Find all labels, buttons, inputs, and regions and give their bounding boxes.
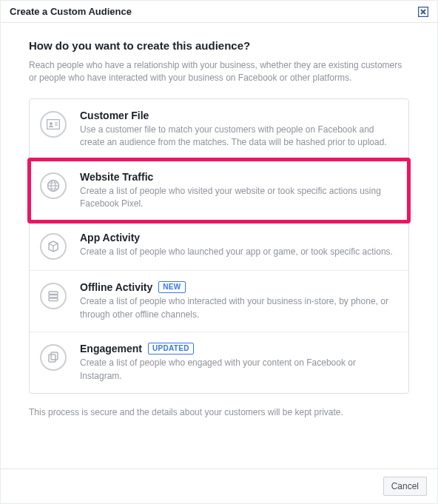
- option-title: App Activity: [80, 232, 140, 243]
- option-desc: Use a customer file to match your custom…: [80, 124, 398, 149]
- svg-rect-12: [49, 298, 58, 301]
- option-desc: Create a list of people who interacted w…: [80, 295, 398, 321]
- svg-point-2: [50, 122, 53, 125]
- cancel-button[interactable]: Cancel: [383, 477, 427, 496]
- create-custom-audience-dialog: Create a Custom Audience How do you want…: [0, 0, 438, 504]
- option-desc: Create a list of people who visited your…: [80, 185, 398, 211]
- option-title: Offline Activity: [80, 281, 152, 293]
- option-desc: Create a list of people who engaged with…: [80, 357, 398, 383]
- copy-icon: [40, 344, 67, 371]
- option-customer-file[interactable]: Customer File Use a customer file to mat…: [30, 99, 408, 161]
- globe-icon: [40, 172, 67, 199]
- option-text: Website Traffic Create a list of people …: [80, 171, 398, 211]
- cube-icon: [40, 233, 67, 260]
- new-badge: NEW: [158, 281, 185, 293]
- stack-icon: [40, 283, 67, 309]
- question-heading: How do you want to create this audience?: [29, 39, 409, 52]
- svg-rect-14: [51, 352, 58, 360]
- option-text: Offline Activity NEW Create a list of pe…: [80, 281, 398, 321]
- secure-note: This process is secure and the details a…: [29, 407, 409, 417]
- option-text: Engagement UPDATED Create a list of peop…: [80, 343, 398, 383]
- option-title: Website Traffic: [80, 171, 153, 183]
- updated-badge: UPDATED: [148, 343, 194, 355]
- svg-rect-11: [49, 295, 58, 298]
- option-app-activity[interactable]: App Activity Create a list of people who…: [30, 221, 408, 271]
- svg-rect-1: [47, 119, 60, 129]
- option-text: Customer File Use a customer file to mat…: [80, 110, 398, 149]
- option-engagement[interactable]: Engagement UPDATED Create a list of peop…: [30, 332, 408, 393]
- options-list: Customer File Use a customer file to mat…: [29, 98, 409, 394]
- option-title: Customer File: [80, 110, 149, 121]
- svg-rect-10: [49, 292, 58, 295]
- dialog-body: How do you want to create this audience?…: [1, 23, 437, 417]
- dialog-header: Create a Custom Audience: [1, 1, 437, 23]
- option-text: App Activity Create a list of people who…: [80, 232, 398, 260]
- close-icon[interactable]: [418, 7, 428, 17]
- option-website-traffic[interactable]: Website Traffic Create a list of people …: [30, 161, 408, 222]
- question-subtext: Reach people who have a relationship wit…: [29, 59, 409, 85]
- option-desc: Create a list of people who launched you…: [80, 246, 398, 258]
- dialog-title: Create a Custom Audience: [10, 6, 132, 17]
- option-title: Engagement: [80, 343, 142, 355]
- dialog-footer: Cancel: [1, 468, 437, 503]
- id-card-icon: [40, 111, 67, 138]
- option-offline-activity[interactable]: Offline Activity NEW Create a list of pe…: [30, 271, 408, 332]
- svg-rect-13: [49, 355, 55, 362]
